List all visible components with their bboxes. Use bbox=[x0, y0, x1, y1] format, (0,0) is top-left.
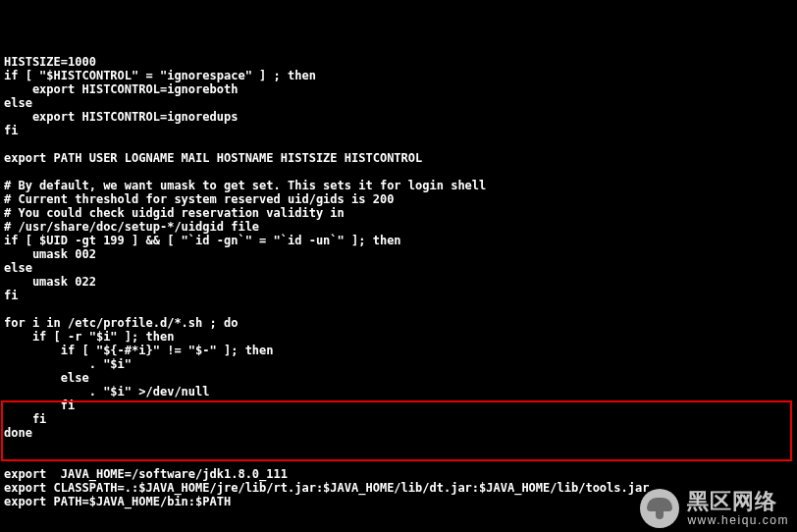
terminal-line: fi bbox=[0, 412, 797, 426]
terminal-line bbox=[0, 165, 797, 179]
terminal-line: # Current threshold for system reserved … bbox=[0, 192, 797, 206]
terminal-line: umask 002 bbox=[0, 247, 797, 261]
terminal-line bbox=[0, 508, 797, 522]
terminal-viewport[interactable]: HISTSIZE=1000if [ "$HISTCONTROL" = "igno… bbox=[0, 55, 797, 532]
terminal-line: umask 022 bbox=[0, 275, 797, 289]
terminal-line: fi bbox=[0, 289, 797, 302]
terminal-line: else bbox=[0, 371, 797, 385]
terminal-line: if [ "${-#*i}" != "$-" ]; then bbox=[0, 344, 797, 357]
terminal-line: export JAVA_HOME=/software/jdk1.8.0_111 bbox=[0, 467, 797, 481]
terminal-line: export CLASSPATH=.:$JAVA_HOME/jre/lib/rt… bbox=[0, 481, 797, 495]
terminal-line: export PATH=$JAVA_HOME/bin:$PATH bbox=[0, 495, 797, 508]
terminal-line: HISTSIZE=1000 bbox=[0, 55, 797, 69]
terminal-line: # By default, we want umask to get set. … bbox=[0, 179, 797, 192]
terminal-line: export HISTCONTROL=ignoredups bbox=[0, 110, 797, 124]
terminal-line: fi bbox=[0, 399, 797, 412]
terminal-line bbox=[0, 302, 797, 316]
terminal-line: else bbox=[0, 261, 797, 275]
terminal-line: if [ -r "$i" ]; then bbox=[0, 330, 797, 344]
terminal-line: # You could check uidgid reservation val… bbox=[0, 206, 797, 220]
terminal-line: export HISTCONTROL=ignoreboth bbox=[0, 82, 797, 96]
terminal-line: . "$i" bbox=[0, 357, 797, 371]
terminal-line bbox=[0, 453, 797, 467]
terminal-line bbox=[0, 137, 797, 151]
terminal-line: if [ "$HISTCONTROL" = "ignorespace" ] ; … bbox=[0, 69, 797, 82]
terminal-line: else bbox=[0, 96, 797, 110]
terminal-line: export PATH USER LOGNAME MAIL HOSTNAME H… bbox=[0, 151, 797, 165]
terminal-line: if [ $UID -gt 199 ] && [ "`id -gn`" = "`… bbox=[0, 234, 797, 247]
terminal-line bbox=[0, 522, 797, 532]
terminal-line bbox=[0, 440, 797, 453]
terminal-line: fi bbox=[0, 124, 797, 137]
terminal-line: # /usr/share/doc/setup-*/uidgid file bbox=[0, 220, 797, 234]
terminal-line: for i in /etc/profile.d/*.sh ; do bbox=[0, 316, 797, 330]
terminal-line: done bbox=[0, 426, 797, 440]
terminal-line: . "$i" >/dev/null bbox=[0, 385, 797, 399]
